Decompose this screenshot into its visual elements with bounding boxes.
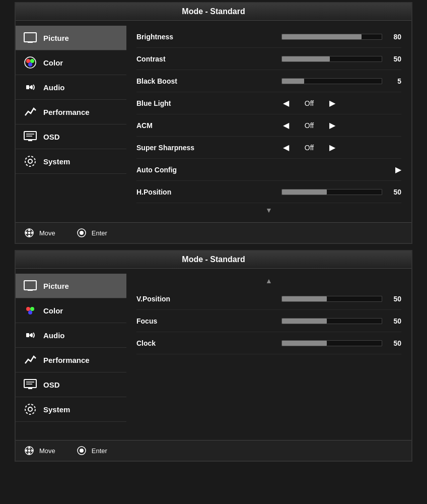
- brightness-label: Brightness: [136, 33, 217, 41]
- v-position-slider[interactable]: [281, 296, 382, 302]
- bottom-content-area: ▲ V.Position 50 Focus: [126, 269, 411, 440]
- performance-icon: [23, 105, 37, 119]
- svg-point-34: [25, 404, 35, 414]
- super-sharpness-left-arrow[interactable]: ◀: [283, 143, 289, 152]
- v-position-control[interactable]: 50: [217, 295, 401, 303]
- svg-rect-11: [28, 140, 32, 141]
- clock-label: Clock: [136, 339, 217, 347]
- focus-value: 50: [386, 317, 401, 325]
- contrast-slider[interactable]: [281, 56, 382, 62]
- brightness-slider[interactable]: [281, 34, 382, 40]
- svg-point-19: [28, 232, 31, 234]
- super-sharpness-control: ◀ Off ▶: [217, 143, 401, 152]
- blue-light-value: Off: [294, 99, 324, 107]
- clock-control[interactable]: 50: [217, 339, 401, 347]
- focus-label: Focus: [136, 317, 217, 325]
- top-scroll-down-indicator[interactable]: ▼: [136, 203, 401, 217]
- focus-control[interactable]: 50: [217, 317, 401, 325]
- contrast-control[interactable]: 50: [217, 55, 401, 63]
- sidebar-item-audio[interactable]: Audio: [16, 75, 126, 100]
- sidebar-label-performance: Performance: [43, 108, 90, 116]
- svg-rect-32: [28, 388, 32, 389]
- sidebar-item-osd[interactable]: OSD: [16, 124, 126, 149]
- bottom-move-label: Move: [39, 447, 55, 455]
- bottom-sidebar-label-osd: OSD: [43, 381, 60, 389]
- acm-left-arrow[interactable]: ◀: [283, 120, 289, 130]
- acm-right-arrow[interactable]: ▶: [329, 120, 335, 130]
- black-boost-control[interactable]: 5: [217, 77, 401, 85]
- bottom-sidebar-item-audio[interactable]: Audio: [16, 323, 126, 348]
- bottom-enter-label: Enter: [92, 447, 107, 455]
- svg-rect-29: [24, 380, 36, 388]
- sidebar-label-color: Color: [43, 58, 63, 67]
- black-boost-label: Black Boost: [136, 77, 217, 85]
- super-sharpness-row: Super Sharpness ◀ Off ▶: [136, 137, 401, 159]
- sidebar-item-performance[interactable]: Performance: [16, 100, 126, 124]
- sidebar-label-picture: Picture: [43, 34, 69, 42]
- auto-config-control: ▶: [217, 165, 401, 174]
- svg-point-27: [28, 310, 32, 314]
- svg-rect-23: [25, 282, 35, 288]
- bottom-sidebar-label-audio: Audio: [43, 331, 65, 340]
- bottom-sidebar-item-performance[interactable]: Performance: [16, 348, 126, 372]
- bottom-move-joystick-icon: [23, 445, 35, 457]
- bottom-enter-footer: Enter: [76, 445, 107, 457]
- focus-slider[interactable]: [281, 318, 382, 324]
- bottom-enter-joystick-icon: [76, 445, 88, 457]
- svg-rect-24: [28, 290, 33, 291]
- svg-point-42: [80, 449, 84, 453]
- brightness-control[interactable]: 80: [217, 33, 401, 41]
- bottom-sidebar-item-system[interactable]: System: [16, 397, 126, 422]
- bottom-performance-icon: [23, 353, 37, 367]
- acm-label: ACM: [136, 121, 217, 130]
- clock-value: 50: [386, 339, 401, 347]
- bottom-sidebar-label-performance: Performance: [43, 356, 90, 364]
- bottom-panel: Mode - Standard Picture: [2, 250, 425, 462]
- bottom-panel-footer: Move Enter: [16, 440, 411, 461]
- blue-light-left-arrow[interactable]: ◀: [283, 98, 289, 108]
- focus-row: Focus 50: [136, 310, 401, 332]
- brightness-row: Brightness 80: [136, 26, 401, 48]
- bottom-sidebar-label-system: System: [43, 405, 70, 414]
- contrast-row: Contrast 50: [136, 48, 401, 70]
- bottom-panel-title: Mode - Standard: [182, 255, 245, 264]
- super-sharpness-value: Off: [294, 144, 324, 152]
- svg-point-33: [28, 407, 32, 411]
- auto-config-label: Auto Config: [136, 166, 217, 174]
- svg-point-40: [28, 450, 31, 452]
- top-enter-footer: Enter: [76, 227, 107, 239]
- clock-slider[interactable]: [281, 340, 382, 346]
- h-position-control[interactable]: 50: [217, 188, 401, 196]
- acm-control: ◀ Off ▶: [217, 120, 401, 130]
- auto-config-right-arrow[interactable]: ▶: [395, 165, 401, 174]
- acm-row: ACM ◀ Off ▶: [136, 114, 401, 137]
- h-position-row: H.Position 50: [136, 181, 401, 203]
- bottom-picture-icon: [23, 279, 37, 293]
- sidebar-item-color[interactable]: Color: [16, 50, 126, 75]
- brightness-value: 80: [386, 33, 401, 41]
- svg-rect-1: [25, 34, 35, 40]
- svg-point-26: [30, 307, 34, 311]
- bottom-sidebar-item-osd[interactable]: OSD: [16, 372, 126, 397]
- acm-value: Off: [294, 121, 324, 130]
- black-boost-slider[interactable]: [281, 78, 382, 84]
- bottom-sidebar-item-picture[interactable]: Picture: [16, 274, 126, 298]
- bottom-sidebar-label-color: Color: [43, 306, 63, 315]
- auto-config-row: Auto Config ▶: [136, 159, 401, 181]
- blue-light-right-arrow[interactable]: ▶: [329, 98, 335, 108]
- top-enter-joystick-icon: [76, 227, 88, 239]
- system-icon: [23, 154, 37, 168]
- h-position-slider[interactable]: [281, 189, 382, 195]
- sidebar-item-system[interactable]: System: [16, 149, 126, 174]
- sidebar-label-osd: OSD: [43, 133, 60, 141]
- bottom-sidebar-item-color[interactable]: Color: [16, 298, 126, 323]
- sidebar-item-picture[interactable]: Picture: [16, 26, 126, 50]
- v-position-value: 50: [386, 295, 401, 303]
- svg-rect-28: [26, 333, 29, 337]
- top-panel-header: Mode - Standard: [16, 3, 411, 21]
- bottom-scroll-up-indicator[interactable]: ▲: [136, 274, 401, 288]
- top-move-label: Move: [39, 229, 55, 237]
- svg-point-25: [26, 307, 30, 311]
- svg-point-5: [30, 59, 34, 63]
- super-sharpness-right-arrow[interactable]: ▶: [329, 143, 335, 152]
